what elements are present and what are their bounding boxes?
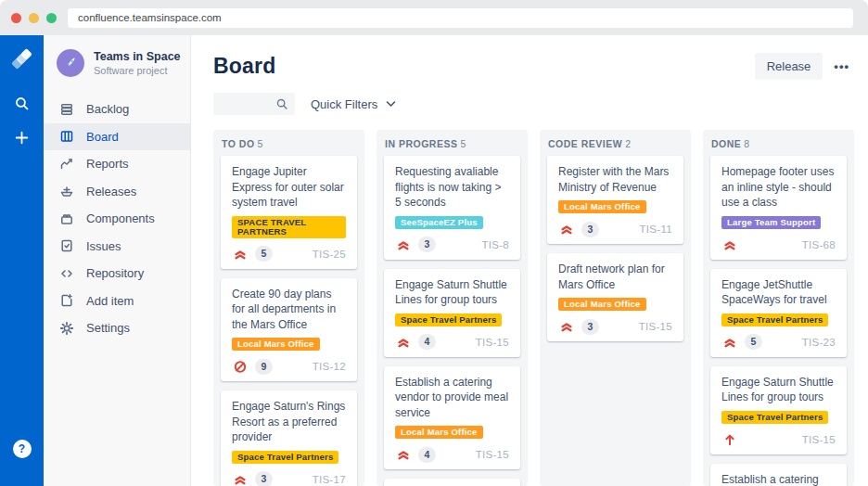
sidebar-item-issues[interactable]: Issues bbox=[44, 233, 190, 261]
project-avatar bbox=[57, 49, 84, 77]
issue-title: Establish a catering vendor to provide m… bbox=[721, 472, 836, 486]
gear-icon bbox=[59, 321, 74, 336]
component-icon bbox=[59, 211, 74, 226]
issue-card[interactable]: Homepage footer uses an inline style - s… bbox=[710, 156, 847, 260]
column-in-progress: IN PROGRESS5 Requesting avaliable flight… bbox=[377, 130, 528, 486]
issue-card[interactable]: Establish a catering vendor to provide m… bbox=[710, 464, 847, 486]
priority-highest-icon bbox=[234, 248, 247, 261]
sidebar-item-board[interactable]: Board bbox=[44, 123, 190, 151]
vote-count-badge: 5 bbox=[255, 246, 273, 262]
issue-card[interactable]: Draft network plan for Mars Office Local… bbox=[547, 253, 683, 341]
label-chip: SeeSpaceEZ Plus bbox=[395, 216, 483, 229]
kanban-board: TO DO5 Engage Jupiter Express for outer … bbox=[213, 130, 868, 486]
issue-title: Engage Saturn's Rings Resort as a prefer… bbox=[232, 399, 346, 445]
issue-card[interactable]: Create 90 day plans for all departments … bbox=[221, 278, 357, 382]
label-chip: Space Travel Partners bbox=[232, 451, 338, 464]
label-chip: Local Mars Office bbox=[232, 338, 320, 351]
issue-key: TIS-23 bbox=[802, 337, 836, 348]
vote-count-badge: 3 bbox=[581, 222, 599, 237]
issue-key: TIS-15 bbox=[802, 434, 836, 445]
sidebar-item-reports[interactable]: Reports bbox=[44, 150, 190, 178]
priority-highest-icon bbox=[397, 448, 410, 461]
add-item-icon bbox=[59, 293, 74, 308]
quick-filters-label: Quick Filters bbox=[311, 97, 377, 111]
sidebar-item-label: Board bbox=[86, 130, 119, 144]
project-name: Teams in Space bbox=[94, 50, 181, 64]
vote-count-badge: 3 bbox=[418, 237, 436, 252]
issue-card[interactable]: Engage Saturn Shuttle Lines for group to… bbox=[384, 479, 520, 486]
sidebar-item-label: Add item bbox=[86, 294, 134, 308]
column-count: 5 bbox=[460, 138, 466, 149]
sidebar-item-components[interactable]: Components bbox=[44, 205, 190, 233]
issue-key: TIS-15 bbox=[476, 449, 509, 460]
issue-card[interactable]: Establish a catering vendor to provide m… bbox=[384, 366, 520, 470]
column-count: 8 bbox=[744, 138, 749, 149]
label-chip: Space Travel Partners bbox=[721, 313, 828, 326]
issue-title: Draft network plan for Mars Office bbox=[558, 262, 672, 292]
sidebar-item-add-item[interactable]: Add item bbox=[44, 288, 190, 315]
ship-icon bbox=[59, 184, 74, 198]
main-content: Board Release ••• Quick Filters bbox=[191, 35, 868, 486]
issue-card[interactable]: Engage Saturn Shuttle Lines for group to… bbox=[710, 366, 847, 454]
jira-logo-icon bbox=[10, 47, 34, 71]
release-button[interactable]: Release bbox=[755, 53, 823, 80]
search-icon[interactable] bbox=[14, 96, 30, 111]
issue-key: TIS-8 bbox=[481, 239, 509, 250]
sidebar-item-label: Settings bbox=[86, 321, 130, 335]
sidebar-item-settings[interactable]: Settings bbox=[44, 314, 190, 342]
create-plus-icon[interactable] bbox=[14, 130, 30, 146]
minimize-window-button[interactable] bbox=[29, 13, 39, 23]
more-options-icon[interactable]: ••• bbox=[834, 59, 849, 73]
url-text: confluence.teamsinspace.com bbox=[78, 12, 222, 23]
priority-highest-icon bbox=[723, 238, 736, 251]
column-header: TO DO5 bbox=[213, 130, 364, 153]
priority-highest-icon bbox=[723, 336, 736, 349]
vote-count-badge: 9 bbox=[255, 359, 273, 375]
label-chip: Local Mars Office bbox=[558, 298, 646, 311]
sidebar-item-label: Repository bbox=[86, 266, 144, 280]
priority-blocked-icon bbox=[234, 360, 247, 373]
app-rail: ? bbox=[0, 35, 44, 486]
issue-card[interactable]: Engage Jupiter Express for outer solar s… bbox=[221, 156, 357, 269]
issue-card[interactable]: Engage Saturn Shuttle Lines for group to… bbox=[384, 269, 520, 357]
label-chip: Space Travel Partners bbox=[721, 411, 828, 424]
issue-card[interactable]: Requesting avaliable flights is now taki… bbox=[384, 156, 520, 260]
priority-up-icon bbox=[723, 433, 736, 446]
issue-title: Create 90 day plans for all departments … bbox=[232, 287, 346, 333]
vote-count-badge: 3 bbox=[255, 471, 273, 486]
issue-title: Engage Saturn Shuttle Lines for group to… bbox=[721, 375, 836, 405]
sidebar-item-label: Components bbox=[86, 211, 155, 225]
column-code-review: CODE REVIEW2 Register with the Mars Mini… bbox=[540, 130, 691, 486]
sidebar-item-label: Releases bbox=[86, 185, 136, 198]
issue-title: Homepage footer uses an inline style - s… bbox=[721, 164, 836, 211]
sidebar-item-releases[interactable]: Releases bbox=[44, 178, 190, 206]
issue-title: Establish a catering vendor to provide m… bbox=[395, 375, 509, 421]
label-chip: Large Team Support bbox=[721, 216, 821, 229]
sidebar-item-backlog[interactable]: Backlog bbox=[44, 96, 190, 123]
board-search-input[interactable] bbox=[213, 93, 295, 115]
address-bar[interactable]: confluence.teamsinspace.com bbox=[68, 8, 853, 28]
backlog-icon bbox=[59, 102, 74, 117]
issue-title: Requesting avaliable flights is now taki… bbox=[395, 164, 509, 211]
vote-count-badge: 4 bbox=[418, 447, 436, 463]
issue-card[interactable]: Register with the Mars Ministry of Reven… bbox=[547, 156, 683, 244]
label-chip: Local Mars Office bbox=[395, 426, 483, 439]
priority-highest-icon bbox=[397, 336, 410, 349]
issue-key: TIS-15 bbox=[476, 337, 509, 348]
priority-highest-icon bbox=[560, 223, 573, 236]
issue-key: TIS-12 bbox=[313, 361, 346, 372]
close-window-button[interactable] bbox=[11, 13, 21, 23]
issue-title: Engage Jupiter Express for outer solar s… bbox=[232, 164, 346, 211]
issue-title: Register with the Mars Ministry of Reven… bbox=[558, 164, 672, 195]
project-type: Software project bbox=[94, 65, 181, 76]
help-icon[interactable]: ? bbox=[13, 440, 32, 458]
quick-filters-dropdown[interactable]: Quick Filters bbox=[311, 97, 396, 111]
issue-card[interactable]: Engage JetShuttle SpaceWays for travel S… bbox=[710, 269, 847, 357]
maximize-window-button[interactable] bbox=[46, 13, 57, 23]
reports-icon bbox=[59, 157, 74, 172]
issues-icon bbox=[59, 238, 74, 253]
code-icon bbox=[59, 266, 74, 281]
vote-count-badge: 4 bbox=[418, 334, 436, 350]
sidebar-item-repository[interactable]: Repository bbox=[44, 260, 190, 288]
issue-card[interactable]: Engage Saturn's Rings Resort as a prefer… bbox=[221, 390, 357, 486]
